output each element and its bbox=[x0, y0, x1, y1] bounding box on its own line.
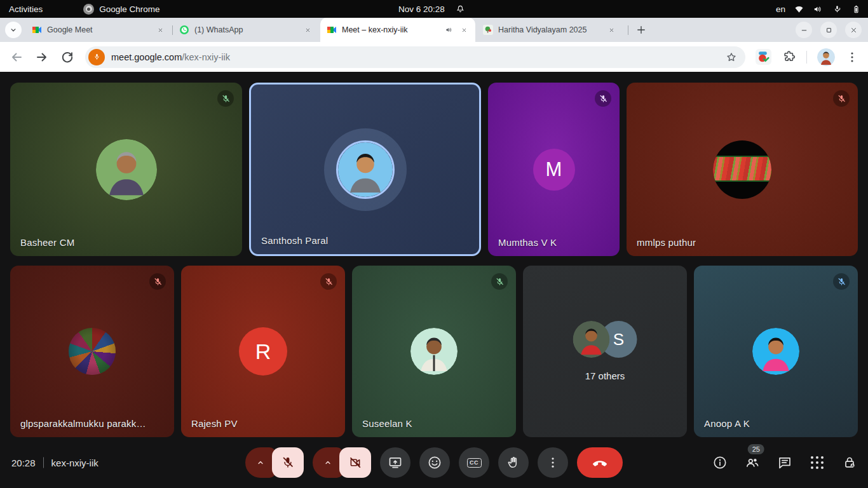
leave-call-button[interactable] bbox=[577, 447, 623, 478]
new-tab-button[interactable] bbox=[634, 22, 649, 37]
tab-search-button[interactable] bbox=[5, 22, 22, 38]
clock-menu[interactable]: Nov 6 20:28 bbox=[398, 4, 466, 15]
tile-suseelan-k[interactable]: Suseelan K bbox=[352, 266, 516, 437]
close-window-button[interactable] bbox=[845, 22, 862, 38]
meeting-panels: 25 bbox=[712, 454, 858, 471]
host-controls-button[interactable] bbox=[841, 454, 858, 471]
participant-photo-avatar bbox=[96, 139, 157, 200]
meet-control-bar: 20:28 kex-nxiy-iik CC bbox=[0, 437, 868, 488]
extension-favicon[interactable] bbox=[756, 49, 771, 65]
present-button[interactable] bbox=[380, 447, 410, 478]
meeting-info: 20:28 kex-nxiy-iik bbox=[11, 458, 98, 468]
tab-meet-active[interactable]: Meet – kex-nxiy-iik bbox=[320, 18, 475, 42]
camera-toggle-button[interactable] bbox=[339, 447, 371, 478]
participant-photo-avatar bbox=[336, 140, 395, 199]
activities-button[interactable]: Activities bbox=[9, 4, 43, 14]
tile-mmlps-puthur[interactable]: mmlps puthur bbox=[627, 83, 858, 256]
address-bar[interactable]: meet.google.com/kex-nxiy-iik bbox=[85, 46, 745, 68]
participant-photo-avatar bbox=[69, 328, 116, 375]
reload-button[interactable] bbox=[60, 50, 75, 65]
focused-app-menu[interactable]: Google Chrome bbox=[83, 4, 159, 15]
mic-muted-icon bbox=[217, 90, 234, 107]
extensions-puzzle-icon[interactable] bbox=[782, 50, 796, 64]
participant-name: Basheer CM bbox=[20, 237, 74, 248]
mic-toggle-button[interactable] bbox=[272, 447, 304, 478]
tab-audio-icon[interactable] bbox=[445, 25, 454, 34]
tab-close-button[interactable] bbox=[302, 25, 313, 35]
captions-cc-icon: CC bbox=[467, 458, 482, 468]
participant-name: Anoop A K bbox=[704, 418, 750, 429]
browser-menu-kebab-icon[interactable] bbox=[845, 50, 859, 64]
participant-name: glpsparakkalmukku parakkal… bbox=[20, 418, 150, 429]
mic-in-use-indicator[interactable] bbox=[88, 49, 105, 65]
tab-whatsapp[interactable]: (1) WhatsApp bbox=[173, 18, 319, 42]
system-tray[interactable]: en bbox=[776, 4, 862, 15]
profile-photo bbox=[817, 48, 835, 66]
notification-bell-icon bbox=[455, 4, 466, 15]
meeting-code: kex-nxiy-iik bbox=[51, 458, 98, 468]
participant-name: Mumthas V K bbox=[498, 237, 557, 248]
minimize-button[interactable] bbox=[796, 22, 812, 38]
screen: Activities Google Chrome Nov 6 20:28 en … bbox=[0, 0, 868, 488]
people-icon bbox=[745, 455, 760, 470]
battery-icon bbox=[851, 4, 862, 15]
people-panel-button[interactable]: 25 bbox=[744, 454, 761, 471]
meeting-time: 20:28 bbox=[11, 458, 36, 468]
whatsapp-logo-icon bbox=[179, 25, 189, 35]
chat-panel-button[interactable] bbox=[776, 454, 793, 471]
activities-panel-button[interactable] bbox=[809, 454, 825, 471]
participant-name: Rajesh PV bbox=[191, 418, 238, 429]
volume-icon bbox=[813, 4, 824, 15]
raised-hand-icon bbox=[506, 455, 521, 470]
tab-close-button[interactable] bbox=[459, 25, 469, 35]
raise-hand-button[interactable] bbox=[498, 447, 529, 478]
tile-anoop-a-k[interactable]: Anoop A K bbox=[694, 266, 858, 437]
camera-options-button[interactable] bbox=[313, 447, 343, 478]
profile-avatar[interactable] bbox=[817, 48, 835, 66]
tab-title: Meet – kex-nxiy-iik bbox=[342, 25, 440, 34]
camera-control bbox=[313, 447, 371, 478]
others-count-label: 17 others bbox=[523, 370, 687, 381]
emoji-smile-icon bbox=[427, 455, 442, 470]
tile-rajesh-pv[interactable]: R Rajesh PV bbox=[181, 266, 345, 437]
keyboard-layout-indicator: en bbox=[776, 4, 785, 14]
info-icon bbox=[712, 455, 728, 470]
tab-close-button[interactable] bbox=[606, 25, 616, 35]
tile-row-1: Basheer CM Santhosh Paral M Mumthas V K … bbox=[10, 83, 858, 256]
bookmark-star-icon[interactable] bbox=[725, 51, 738, 64]
chevron-up-icon bbox=[323, 458, 332, 467]
kebab-menu-icon bbox=[545, 455, 560, 470]
site-favicon bbox=[483, 25, 493, 35]
tab-haritha[interactable]: Haritha Vidyalayam 2025 bbox=[477, 18, 623, 42]
tile-glpsparakkalmukku[interactable]: glpsparakkalmukku parakkal… bbox=[10, 266, 174, 437]
more-options-button[interactable] bbox=[538, 447, 568, 478]
chrome-mono-icon bbox=[83, 4, 94, 15]
tab-close-button[interactable] bbox=[155, 25, 165, 35]
speaking-halo bbox=[324, 128, 407, 211]
back-button[interactable] bbox=[9, 50, 24, 65]
mic-options-button[interactable] bbox=[245, 447, 276, 478]
participant-photo-avatar bbox=[573, 321, 610, 358]
participant-name: Suseelan K bbox=[362, 418, 412, 429]
tile-mumthas-v-k[interactable]: M Mumthas V K bbox=[488, 83, 620, 256]
tab-google-meet[interactable]: Google Meet bbox=[25, 18, 172, 42]
focused-app-name: Google Chrome bbox=[99, 4, 159, 14]
mic-muted-icon bbox=[491, 273, 508, 290]
others-avatar-pair: S bbox=[573, 321, 637, 358]
meeting-details-button[interactable] bbox=[712, 454, 728, 471]
tile-basheer-cm[interactable]: Basheer CM bbox=[10, 83, 242, 256]
letter-avatar: M bbox=[533, 149, 575, 191]
tile-others[interactable]: S 17 others bbox=[523, 266, 687, 437]
present-screen-icon bbox=[388, 455, 403, 470]
system-top-bar: Activities Google Chrome Nov 6 20:28 en bbox=[0, 0, 868, 18]
forward-button[interactable] bbox=[34, 50, 50, 65]
mic-muted-icon bbox=[595, 90, 611, 107]
maximize-button[interactable] bbox=[820, 22, 837, 38]
meet-logo-icon bbox=[32, 25, 42, 35]
participant-name: Santhosh Paral bbox=[261, 235, 328, 246]
host-lock-icon bbox=[842, 455, 857, 470]
tile-santhosh-paral[interactable]: Santhosh Paral bbox=[249, 83, 481, 256]
reactions-button[interactable] bbox=[419, 447, 450, 478]
plus-icon bbox=[635, 24, 647, 36]
captions-button[interactable]: CC bbox=[459, 447, 489, 478]
